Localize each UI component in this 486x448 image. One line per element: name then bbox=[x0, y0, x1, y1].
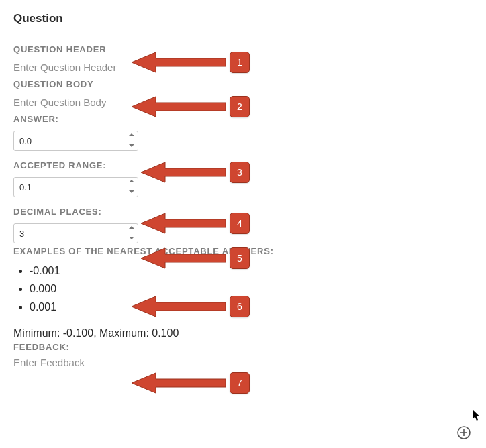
accepted-range-input[interactable] bbox=[13, 177, 138, 197]
list-item: 0.001 bbox=[30, 298, 473, 316]
examples-list: -0.001 0.000 0.001 bbox=[13, 262, 473, 317]
answer-input[interactable] bbox=[13, 131, 138, 151]
page-title: Question bbox=[13, 12, 473, 25]
arrow-icon bbox=[132, 372, 226, 394]
minmax-text: Minimum: -0.100, Maximum: 0.100 bbox=[13, 327, 473, 339]
question-body-input[interactable] bbox=[13, 92, 473, 111]
decimal-places-label: DECIMAL PLACES: bbox=[13, 207, 473, 217]
feedback-label: FEEDBACK: bbox=[13, 342, 473, 352]
accepted-range-label: ACCEPTED RANGE: bbox=[13, 160, 473, 170]
question-header-input[interactable] bbox=[13, 57, 473, 76]
list-item: -0.001 bbox=[30, 262, 473, 280]
callout-7: 7 bbox=[132, 372, 250, 394]
question-header-label: QUESTION HEADER bbox=[13, 44, 473, 54]
add-button[interactable] bbox=[456, 425, 471, 440]
feedback-input[interactable] bbox=[13, 352, 473, 371]
stepper-icon[interactable] bbox=[129, 226, 134, 239]
callout-badge: 7 bbox=[230, 372, 250, 394]
cursor-icon bbox=[473, 410, 481, 423]
svg-marker-6 bbox=[132, 373, 226, 393]
examples-label: EXAMPLES OF THE NEAREST ACCEPTABLE ANSWE… bbox=[13, 246, 473, 256]
stepper-icon[interactable] bbox=[129, 133, 134, 147]
answer-label: ANSWER: bbox=[13, 114, 473, 124]
list-item: 0.000 bbox=[30, 280, 473, 298]
plus-circle-icon bbox=[456, 425, 471, 440]
question-body-label: QUESTION BODY bbox=[13, 79, 473, 89]
decimal-places-input[interactable] bbox=[13, 223, 138, 243]
stepper-icon[interactable] bbox=[129, 180, 134, 193]
